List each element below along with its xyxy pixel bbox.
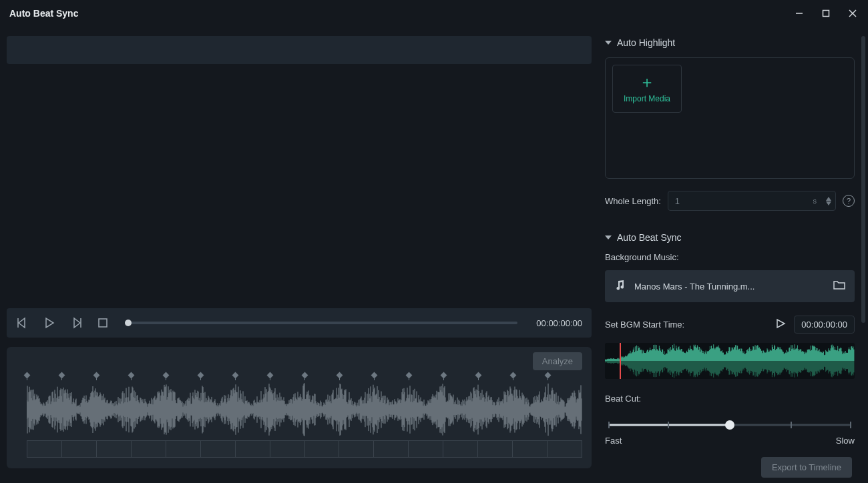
- section-title: Auto Highlight: [617, 37, 675, 48]
- maximize-button[interactable]: [820, 7, 832, 19]
- svg-marker-14: [777, 320, 785, 328]
- export-to-timeline-button[interactable]: Export to Timeline: [761, 457, 852, 478]
- bgm-waveform[interactable]: [605, 343, 855, 379]
- whole-length-unit: s: [813, 197, 817, 205]
- media-drop-area[interactable]: ＋ Import Media: [605, 57, 855, 179]
- svg-marker-12: [826, 201, 831, 205]
- svg-rect-9: [99, 319, 107, 327]
- import-media-button[interactable]: ＋ Import Media: [612, 65, 682, 113]
- seek-thumb[interactable]: [125, 320, 132, 326]
- prev-frame-button[interactable]: [16, 316, 29, 330]
- waveform-display: [27, 382, 582, 438]
- chevron-down-icon: [605, 234, 612, 241]
- svg-marker-11: [826, 197, 831, 201]
- svg-marker-7: [74, 318, 80, 328]
- svg-rect-1: [823, 11, 829, 17]
- chevron-down-icon: [605, 39, 612, 46]
- panel-scrollbar[interactable]: [861, 36, 865, 330]
- transport-bar: 00:00:00:00: [7, 308, 592, 338]
- analyze-button[interactable]: Analyze: [533, 352, 582, 370]
- stop-button[interactable]: [96, 316, 110, 330]
- bgm-file-box: Manos Mars - The Tunning.m...: [605, 270, 855, 302]
- whole-length-value: 1: [675, 196, 680, 206]
- step-up-icon[interactable]: [826, 197, 831, 201]
- music-note-icon: [614, 279, 626, 294]
- start-time-label: Set BGM Start Time:: [605, 320, 684, 330]
- window-title: Auto Beat Sync: [9, 8, 78, 19]
- beat-segments: [27, 440, 582, 458]
- whole-length-input[interactable]: 1 s: [668, 191, 836, 211]
- section-auto-beat-sync[interactable]: Auto Beat Sync: [605, 232, 855, 243]
- preview-strip: [7, 36, 592, 64]
- video-preview: [7, 73, 592, 299]
- plus-icon: ＋: [639, 74, 655, 90]
- minimize-button[interactable]: [793, 7, 805, 19]
- beat-cut-slow-label: Slow: [836, 436, 855, 446]
- step-down-icon[interactable]: [826, 201, 831, 205]
- section-title: Auto Beat Sync: [617, 232, 682, 243]
- play-button[interactable]: [43, 316, 56, 330]
- section-auto-highlight[interactable]: Auto Highlight: [605, 37, 855, 48]
- beat-cut-label: Beat Cut:: [605, 394, 855, 404]
- bgm-label: Background Music:: [605, 252, 855, 262]
- start-time-input[interactable]: 00:00:00:00: [794, 316, 855, 334]
- import-media-label: Import Media: [624, 94, 670, 103]
- whole-length-label: Whole Length:: [605, 196, 661, 206]
- svg-marker-6: [46, 318, 53, 328]
- svg-marker-10: [605, 41, 612, 45]
- close-button[interactable]: [847, 7, 859, 19]
- transport-timecode: 00:00:00:00: [536, 318, 582, 328]
- help-icon[interactable]: ?: [843, 195, 855, 207]
- beat-cut-thumb[interactable]: [725, 420, 734, 430]
- bgm-playhead[interactable]: [620, 343, 621, 379]
- svg-marker-13: [605, 235, 612, 239]
- seek-slider[interactable]: [128, 322, 517, 324]
- beat-cut-slider[interactable]: [605, 418, 855, 432]
- preview-play-button[interactable]: [775, 318, 786, 332]
- waveform-panel: Analyze: [7, 347, 592, 468]
- browse-folder-button[interactable]: [833, 280, 845, 293]
- svg-marker-4: [19, 318, 25, 328]
- bgm-filename: Manos Mars - The Tunning.m...: [634, 282, 825, 292]
- beat-cut-fast-label: Fast: [605, 436, 622, 446]
- next-frame-button[interactable]: [69, 316, 83, 330]
